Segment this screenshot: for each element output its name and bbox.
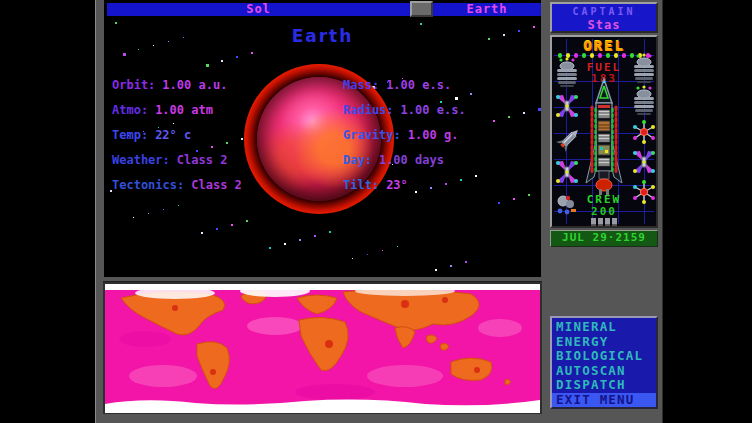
current-date: JUL 29·2159 xyxy=(562,231,646,244)
ship-name: OREL xyxy=(552,38,656,54)
stat-label: Day: xyxy=(343,153,372,167)
captain-name: Stas xyxy=(552,18,656,32)
stat-value: 23° xyxy=(386,178,408,192)
flagship-graphic xyxy=(582,77,626,199)
stat-temp: Temp:22° c xyxy=(112,128,191,142)
dynamo-module-icon xyxy=(554,93,580,121)
captain-label: CAPTAIN xyxy=(552,6,656,17)
stat-weather: Weather:Class 2 xyxy=(112,153,227,167)
planet-name-title: Earth xyxy=(104,26,541,46)
stat-label: Tilt: xyxy=(343,178,379,192)
menu-item-energy[interactable]: ENERGY xyxy=(552,335,656,350)
surface-map xyxy=(105,284,540,413)
dynamo-module-icon xyxy=(554,159,580,187)
menu-item-mineral[interactable]: MINERAL xyxy=(552,320,656,335)
captain-box: CAPTAIN Stas xyxy=(550,2,658,33)
date-display: JUL 29·2159 xyxy=(550,230,658,247)
stat-label: Weather: xyxy=(112,153,170,167)
stat-label: Mass: xyxy=(343,78,379,92)
crew-value: 200 xyxy=(552,205,656,218)
stat-day: Day:1.00 days xyxy=(343,153,444,167)
planet-scan-view: Sol Earth Earth Orbit:1.00 a.u. Atmo:1.0… xyxy=(104,0,541,277)
stat-value: Class 2 xyxy=(177,153,228,167)
stat-atmo: Atmo:1.00 atm xyxy=(112,103,213,117)
stat-orbit: Orbit:1.00 a.u. xyxy=(112,78,227,92)
menu-item-autoscan[interactable]: AUTOSCAN xyxy=(552,364,656,379)
flagship-panel: OREL FUEL 183 xyxy=(550,35,658,228)
menu-item-biological[interactable]: BIOLOGICAL xyxy=(552,349,656,364)
thruster-icon xyxy=(631,85,657,117)
stat-gravity: Gravity:1.00 g. xyxy=(343,128,458,142)
stat-value: 1.00 e.s. xyxy=(386,78,451,92)
stat-value: 1.00 days xyxy=(379,153,444,167)
thruster-icon xyxy=(631,53,657,85)
stat-value: 22° c xyxy=(155,128,191,142)
stat-value: 1.00 g. xyxy=(408,128,459,142)
stat-label: Temp: xyxy=(112,128,148,142)
stat-tilt: Tilt:23° xyxy=(343,178,408,192)
tracking-module-icon xyxy=(631,119,657,145)
dynamo-module-icon xyxy=(631,149,657,177)
status-bar-system: Sol xyxy=(107,3,410,16)
stat-value: 1.00 e.s. xyxy=(401,103,466,117)
stat-value: Class 2 xyxy=(191,178,242,192)
menu-item-exit-menu[interactable]: EXIT MENU xyxy=(552,393,656,408)
stat-mass: Mass:1.00 e.s. xyxy=(343,78,451,92)
status-bar-divider-block xyxy=(410,1,433,17)
stat-label: Atmo: xyxy=(112,103,148,117)
menu-item-dispatch[interactable]: DISPATCH xyxy=(552,378,656,393)
surface-map-panel xyxy=(103,281,542,414)
stat-label: Gravity: xyxy=(343,128,401,142)
stat-label: Tectonics: xyxy=(112,178,184,192)
system-name: Sol xyxy=(246,2,271,16)
game-screen: Sol Earth Earth Orbit:1.00 a.u. Atmo:1.0… xyxy=(0,0,752,423)
stat-radius: Radius:1.00 e.s. xyxy=(343,103,466,117)
thruster-icon xyxy=(554,57,580,89)
lander-icon xyxy=(553,125,583,157)
stat-tectonics: Tectonics:Class 2 xyxy=(112,178,242,192)
selected-body-name: Earth xyxy=(466,2,507,16)
crew-pods-row xyxy=(552,218,656,224)
stat-label: Radius: xyxy=(343,103,394,117)
stat-value: 1.00 a.u. xyxy=(162,78,227,92)
scan-menu: MINERAL ENERGY BIOLOGICAL AUTOSCAN DISPA… xyxy=(550,316,658,409)
stat-label: Orbit: xyxy=(112,78,155,92)
stat-value: 1.00 atm xyxy=(155,103,213,117)
status-bar-selection: Earth xyxy=(433,3,541,16)
